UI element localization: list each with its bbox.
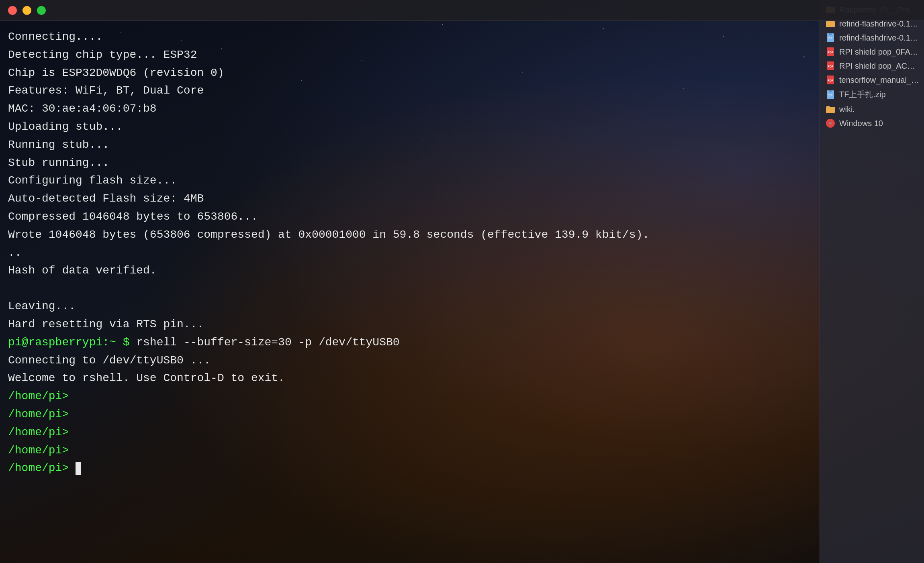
terminal-content[interactable]: Connecting....Detecting chip type... ESP… — [0, 21, 820, 563]
sidebar-file-name: wiki. — [839, 105, 855, 114]
sidebar-file-name: RPI shield pop_0FAC1-A 18.cd — [839, 47, 919, 57]
sidebar-file-item[interactable]: PDFtensorflow_manual_cn.pdf — [822, 73, 922, 86]
folder-icon — [825, 104, 836, 114]
traffic-lights — [8, 6, 46, 15]
rshell-prompt-line: /home/pi> — [8, 424, 812, 442]
pdf-icon: PDF — [825, 47, 836, 57]
terminal-output-line: Leaving... — [8, 298, 812, 316]
rshell-prompt-text: /home/pi> — [8, 408, 76, 420]
rshell-prompt-line: /home/pi> — [8, 406, 812, 424]
terminal-output-line: Configuring flash size... — [8, 172, 812, 190]
svg-text:PDF: PDF — [828, 79, 834, 82]
sidebar-file-name: TF上手扎.zip — [839, 89, 886, 100]
terminal-output-line: Connecting to /dev/ttyUSB0 ... — [8, 352, 812, 370]
svg-rect-1 — [829, 33, 832, 35]
svg-rect-10 — [829, 90, 832, 92]
sidebar-file-item[interactable]: PDFRPI shield pop_AC1-1.A 18 zip — [822, 59, 922, 72]
rshell-prompt-text: /home/pi> — [8, 444, 76, 457]
terminal-output-line: Uploading stub... — [8, 118, 812, 136]
rshell-prompt-text: /home/pi> — [8, 459, 76, 477]
sidebar-file-item[interactable]: PDFRPI shield pop_0FAC1-A 18.cd — [822, 45, 922, 58]
sidebar-file-name: RPI shield pop_AC1-1.A 18 zip — [839, 61, 919, 71]
terminal-output-line: Stub running... — [8, 154, 812, 172]
zip-icon: ZIP — [825, 33, 836, 43]
empty-line — [8, 280, 812, 298]
terminal-output-line: Connecting.... — [8, 28, 812, 46]
zip-icon: ZIP — [825, 90, 836, 100]
terminal-output-line: Compressed 1046048 bytes to 653806... — [8, 208, 812, 226]
rshell-prompt-line: /home/pi> — [8, 442, 812, 460]
terminal-output-line: Running stub... — [8, 136, 812, 154]
terminal-output-line: Wrote 1046048 bytes (653806 compressed) … — [8, 226, 812, 244]
pdf-icon: PDF — [825, 61, 836, 71]
maximize-button[interactable] — [37, 6, 46, 15]
pdf-icon: PDF — [825, 75, 836, 85]
special-icon — [825, 118, 836, 128]
sidebar-file-item[interactable]: ZIPrefind-flashdrive-0.11.2.zip — [822, 31, 922, 44]
svg-text:PDF: PDF — [828, 51, 834, 54]
rshell-cursor-line: /home/pi> — [8, 459, 812, 477]
terminal-output-line: Features: WiFi, BT, Dual Core — [8, 82, 812, 100]
close-button[interactable] — [8, 6, 17, 15]
rshell-prompt-text: /home/pi> — [8, 426, 76, 439]
rshell-prompt-line: /home/pi> — [8, 388, 812, 406]
terminal-output-line: MAC: 30:ae:a4:06:07:b8 — [8, 100, 812, 118]
prompt-symbol: $ — [116, 334, 136, 352]
svg-text:ZIP: ZIP — [828, 94, 833, 97]
terminal-prompt-line: pi@raspberrypi:~ $ rshell --buffer-size=… — [8, 334, 812, 352]
svg-text:PDF: PDF — [828, 65, 834, 68]
rshell-prompt-text: /home/pi> — [8, 390, 76, 402]
terminal-output-line: Welcome to rshell. Use Control-D to exit… — [8, 369, 812, 388]
prompt-user: pi@raspberrypi:~ — [8, 334, 116, 352]
minimize-button[interactable] — [22, 6, 31, 15]
sidebar-file-name: Windows 10 — [839, 119, 883, 128]
terminal-cursor — [76, 462, 81, 475]
terminal-output-line: Chip is ESP32D0WDQ6 (revision 0) — [8, 64, 812, 82]
terminal-output-line: Hard resetting via RTS pin... — [8, 316, 812, 334]
sidebar-panel: Raspberry_Pi__Protector_ziprefind-flashd… — [820, 0, 924, 563]
sidebar-file-item[interactable]: ZIPTF上手扎.zip — [822, 88, 922, 102]
svg-point-13 — [829, 122, 832, 124]
terminal-output-line: .. — [8, 244, 812, 262]
terminal-output-line: Detecting chip type... ESP32 — [8, 46, 812, 64]
prompt-command: rshell --buffer-size=30 -p /dev/ttyUSB0 — [136, 334, 399, 352]
titlebar — [0, 0, 924, 21]
sidebar-file-item[interactable]: Windows 10 — [822, 117, 922, 130]
terminal-output-line: Hash of data verified. — [8, 262, 812, 280]
sidebar-file-item[interactable]: wiki. — [822, 103, 922, 116]
svg-text:ZIP: ZIP — [828, 37, 833, 40]
terminal-output-line: Auto-detected Flash size: 4MB — [8, 190, 812, 208]
sidebar-file-name: tensorflow_manual_cn.pdf — [839, 75, 919, 85]
sidebar-file-name: refind-flashdrive-0.11.2.zip — [839, 33, 919, 43]
